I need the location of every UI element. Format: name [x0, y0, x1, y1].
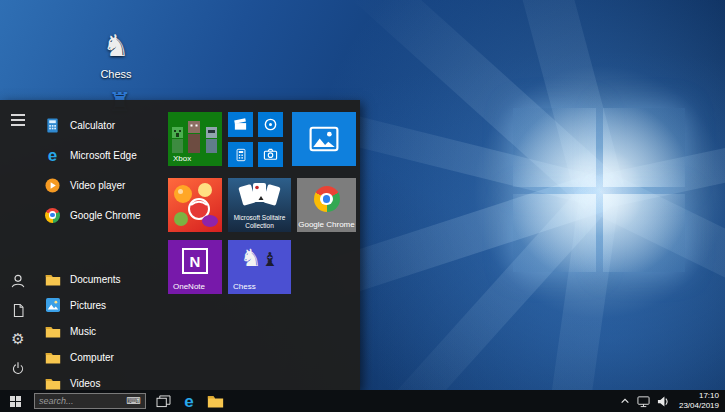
desktop-icon-label: Chess	[100, 68, 131, 80]
folder-item-label: Computer	[70, 352, 114, 363]
gear-icon: ⚙	[11, 332, 24, 347]
start-menu: ⚙ Calculator e Microsoft Edge Video play…	[0, 100, 360, 390]
camera-icon	[263, 147, 278, 162]
folder-item-label: Pictures	[70, 300, 106, 311]
tile-chess[interactable]: ♞♝ Chess	[228, 240, 291, 294]
volume-icon	[657, 395, 670, 408]
clapperboard-icon	[233, 117, 248, 132]
onenote-icon: N	[182, 248, 208, 274]
tile-label: OneNote	[173, 282, 205, 291]
user-account-button[interactable]	[7, 271, 29, 291]
task-view-button[interactable]	[150, 390, 176, 412]
tile-calculator[interactable]	[228, 142, 253, 167]
pictures-icon	[44, 297, 61, 314]
app-item-calculator[interactable]: Calculator	[36, 110, 168, 140]
folder-item-label: Music	[70, 326, 96, 337]
app-item-label: Video player	[70, 180, 125, 191]
tile-google-chrome[interactable]: Google Chrome	[297, 178, 356, 232]
start-button[interactable]	[0, 390, 30, 412]
desktop-icon-chess[interactable]: ♞ Chess	[84, 28, 148, 82]
network-tray-button[interactable]	[637, 390, 650, 412]
search-input[interactable]	[39, 396, 123, 406]
tile-movies-tv[interactable]	[228, 112, 253, 137]
clock-time: 17:10	[679, 391, 719, 401]
document-icon	[12, 303, 25, 318]
tile-label: Xbox	[173, 154, 191, 163]
taskbar: ⌨ e 17:10 23/04/2019	[0, 390, 725, 412]
folder-item-label: Videos	[70, 378, 100, 389]
candy-icon	[168, 178, 222, 232]
settings-button[interactable]: ⚙	[7, 329, 29, 349]
tile-xbox[interactable]: Xbox	[168, 112, 222, 166]
app-item-google-chrome[interactable]: Google Chrome	[36, 200, 168, 230]
edge-icon: e	[44, 147, 61, 164]
folder-item-pictures[interactable]: Pictures	[36, 292, 168, 318]
calculator-icon	[234, 148, 248, 162]
folder-icon	[207, 394, 224, 408]
task-view-icon	[156, 395, 171, 408]
tile-candy-crush[interactable]	[168, 178, 222, 232]
tile-solitaire[interactable]: Microsoft Solitaire Collection	[228, 178, 291, 232]
folder-item-label: Documents	[70, 274, 121, 285]
volume-tray-button[interactable]	[657, 390, 670, 412]
folder-item-documents[interactable]: Documents	[36, 266, 168, 292]
network-icon	[637, 395, 650, 408]
app-item-label: Microsoft Edge	[70, 150, 137, 161]
chrome-icon	[44, 207, 61, 224]
tile-label: Google Chrome	[297, 220, 356, 229]
chess-piece-icon: ♞	[84, 28, 148, 64]
edge-icon: e	[184, 393, 193, 410]
system-tray: 17:10 23/04/2019	[620, 390, 725, 412]
tile-photos[interactable]	[292, 112, 356, 166]
app-item-label: Calculator	[70, 120, 115, 131]
windows-logo	[513, 108, 685, 272]
keyboard-icon: ⌨	[127, 396, 141, 406]
hamburger-icon	[11, 114, 25, 126]
expand-menu-button[interactable]	[7, 110, 29, 130]
tile-label: Chess	[233, 282, 256, 291]
chevron-up-icon	[620, 396, 630, 406]
clock-date: 23/04/2019	[679, 401, 719, 411]
disc-icon	[263, 117, 278, 132]
tile-label: Microsoft Solitaire Collection	[228, 214, 291, 230]
folder-icon	[44, 271, 61, 288]
folder-icon	[44, 349, 61, 366]
app-item-microsoft-edge[interactable]: e Microsoft Edge	[36, 140, 168, 170]
power-button[interactable]	[7, 358, 29, 378]
tile-groove-music[interactable]	[258, 112, 283, 137]
calculator-icon	[44, 117, 61, 134]
folder-item-computer[interactable]: Computer	[36, 344, 168, 370]
photo-icon	[309, 126, 339, 152]
start-menu-tiles: Xbox	[168, 112, 358, 378]
play-icon	[44, 177, 61, 194]
start-menu-folder-list: Documents Pictures Music Computer Videos	[36, 266, 168, 396]
user-icon	[10, 273, 26, 289]
windows-logo-pane	[513, 194, 596, 273]
tile-onenote[interactable]: N OneNote	[168, 240, 222, 294]
folder-icon	[44, 375, 61, 392]
start-menu-app-list: Calculator e Microsoft Edge Video player…	[36, 110, 168, 230]
file-explorer-button[interactable]	[202, 390, 228, 412]
chess-pieces-icon: ♞♝	[228, 244, 291, 272]
taskbar-clock[interactable]: 17:10 23/04/2019	[679, 391, 719, 412]
show-hidden-icons-button[interactable]	[620, 390, 630, 412]
chrome-icon	[314, 186, 340, 212]
edge-taskbar-button[interactable]: e	[176, 390, 202, 412]
tile-camera[interactable]	[258, 142, 283, 167]
windows-logo-icon	[10, 396, 21, 407]
windows-logo-pane	[603, 108, 686, 187]
taskbar-search[interactable]: ⌨	[34, 393, 146, 409]
power-icon	[11, 361, 25, 375]
documents-button[interactable]	[7, 300, 29, 320]
app-item-video-player[interactable]: Video player	[36, 170, 168, 200]
folder-item-music[interactable]: Music	[36, 318, 168, 344]
folder-icon	[44, 323, 61, 340]
app-item-label: Google Chrome	[70, 210, 141, 221]
windows-logo-pane	[603, 194, 686, 273]
start-menu-rail: ⚙	[0, 100, 36, 390]
windows-logo-pane	[513, 108, 596, 187]
